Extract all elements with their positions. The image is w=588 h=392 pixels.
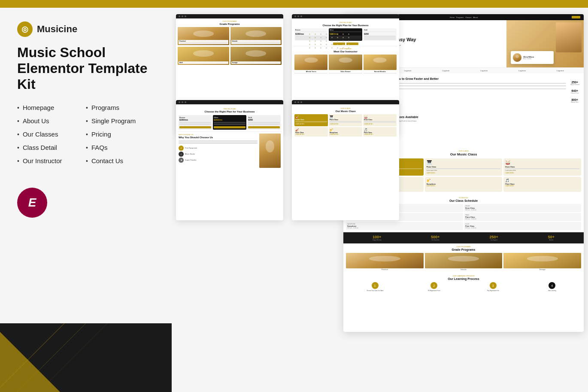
why-item-2: ♪ Music Studio (179, 152, 258, 157)
our-drum-icon: 🥁 (364, 115, 396, 119)
counter-3-num: 250+ (490, 235, 498, 239)
nav-item-faqs: FAQs (86, 144, 155, 151)
prog-preschool-line-2 (179, 43, 227, 44)
gold-btn (248, 126, 280, 128)
gold-line-3 (248, 124, 280, 125)
mock-dot-10 (294, 101, 296, 103)
mock-dot-8 (297, 15, 299, 17)
instructor-info: Olivia Wilson Music Teacher (523, 56, 534, 60)
alfredo-name: Alfredo Torres (294, 71, 327, 73)
counter-section: 100+ Happy Winning 500+ Our Expertise 25… (343, 232, 584, 243)
our-guitar-line-2 (295, 122, 327, 123)
why-item-1: ✓ Free Equipment (179, 146, 258, 151)
piano-class-name: Piano Class (427, 166, 501, 168)
why-desc-1 (179, 140, 258, 141)
s2-l2 (330, 36, 361, 37)
grade-preschool-img (346, 253, 424, 268)
our-violin: 🎻 Violin Class LEARN MORE › (294, 127, 328, 137)
why-symbol-1: ✓ (180, 146, 182, 149)
step-3-label: Pay Registration Fee (487, 290, 499, 292)
pricing-block-2: PRICING PLAN Choose the Right Plan for Y… (294, 20, 397, 46)
why-item-3: ★ Expert Teacher (179, 158, 258, 163)
pricing-title-2: Choose the Right Plan for Your Business (294, 24, 397, 27)
mock-body-4: OUR CLASS Our Music Class 🎸 Guitar Class… (292, 104, 399, 140)
hero-people-photo (556, 22, 582, 52)
our-class-block: OUR CLASS Our Music Class 🎸 Guitar Class… (294, 106, 397, 138)
s2-l1 (330, 36, 361, 36)
grade-programs-title-sec: Grade Programs (178, 23, 282, 25)
our-drum-line (364, 121, 396, 122)
flute-icon: 🎵 (505, 179, 579, 182)
our-class-title: Our Music Class (294, 110, 397, 112)
drum-desc: Lorem ipsum dolor (505, 170, 579, 171)
pricing-btn-1 (333, 43, 345, 45)
various-content: THE CLASSES Various Music Classes Availa… (372, 113, 581, 145)
our-drum-label: Drum Class (364, 119, 396, 121)
prog-preschool: Preschool (178, 27, 229, 45)
nav-columns: Homepage About Us Our Classes Class Deta… (17, 104, 155, 170)
our-sax: 🎷 Saxophone LEARN MORE › (329, 127, 362, 137)
grade-tagline: OUR PROGRAMS (346, 246, 581, 248)
instructor-hannah: Hannah Morales (364, 55, 397, 74)
gold-price-2: $350 (364, 33, 396, 35)
our-piano-icon: 🎹 (330, 115, 361, 119)
grade-programs-tagline: OUR PROGRAMS (178, 20, 282, 22)
our-drum-link: LEARN MORE › (364, 123, 396, 125)
bronze-plan-2: Bronze $150/mo (294, 28, 328, 41)
pricing-btns (294, 43, 397, 45)
bronze-plan: Bronze $150/mo (179, 115, 212, 130)
why-text-col: WHY CHOOSE US Why You Should Choose Us ✓… (179, 134, 258, 168)
dulce-name: Dulce Stewart (329, 71, 362, 73)
gold-label-2: Gold (364, 29, 396, 31)
sax-link: LEARN MORE › (427, 185, 501, 187)
mock-dot-12 (300, 101, 302, 103)
g2-l4 (364, 39, 396, 40)
silver-label-2: Silver (330, 29, 361, 31)
hannah-img (364, 55, 397, 70)
grade-schooler-label: Schooler (425, 269, 503, 270)
our-guitar-line (295, 121, 327, 122)
prog-schooler-img: Schooler (230, 27, 282, 45)
schedule-piano: PIANO Piano Class 9:00 am - 11:00 am (464, 213, 581, 221)
stat-1-num: 250+ (570, 81, 579, 84)
stats-col: 250+ Happy Students 640+ Classes Done 80… (569, 77, 581, 107)
nav-link-1: Home (450, 16, 455, 18)
step-1-label: Choose Your Class You Want (367, 290, 383, 292)
feature-2 (383, 85, 566, 87)
bronze-line-2 (179, 123, 211, 124)
gold-plan: Gold $350 (247, 115, 281, 130)
our-drum: 🥁 Drum Class LEARN MORE › (363, 114, 397, 126)
step-2-label: Fill Registration Form (428, 290, 440, 292)
bottom-dark-section (0, 323, 172, 392)
prog-schooler-badge-text: Schooler (232, 40, 280, 42)
our-flute: 🎵 Flute Class LEARN MORE › (363, 127, 397, 137)
nav-item-classes: Our Classes (17, 131, 86, 138)
prog-preschool-badge-text: Preschool (179, 40, 227, 42)
our-guitar-label: Guitar Class (295, 119, 327, 121)
stat-3-label: Awards Won (570, 101, 579, 103)
bronze-line-1 (179, 122, 211, 123)
our-flute-link: LEARN MORE › (364, 134, 396, 135)
mock-header-2 (176, 100, 283, 104)
grade-programs-grid: Preschool Schooler (178, 27, 282, 45)
b2-l2 (295, 36, 327, 37)
instructor-card: Olivia Wilson Music Teacher (511, 51, 554, 64)
schedule-sax: SAXOPHONE Saxophone 9:00 am - 11:00 am (346, 222, 463, 230)
our-violin-icon: 🎻 (295, 128, 327, 132)
s2-l3 (330, 38, 361, 39)
prog-adult-img: Adult (178, 47, 229, 65)
various-title: Various Music Classes Available (372, 115, 581, 119)
counter-3-label: Top Support (490, 239, 498, 241)
bronze-sub-2 (295, 31, 327, 32)
nav-link-4: About (473, 16, 478, 18)
why-icon-1: ✓ (179, 146, 184, 151)
prog-adult: Adult (178, 47, 229, 65)
alfredo-img (294, 55, 327, 70)
schedule-drum: DRUMS Drum Class 9:00 am - 11:00 am (464, 204, 581, 212)
prog-schooler-line-2 (232, 43, 280, 44)
flute-link: LEARN MORE › (505, 185, 579, 187)
g2-l3 (364, 38, 396, 39)
mock-header-1 (176, 14, 283, 18)
nav-item-about: About Us (17, 117, 86, 125)
mock-body-2: PRICING PLAN Choose the Right Plan for Y… (176, 104, 283, 171)
